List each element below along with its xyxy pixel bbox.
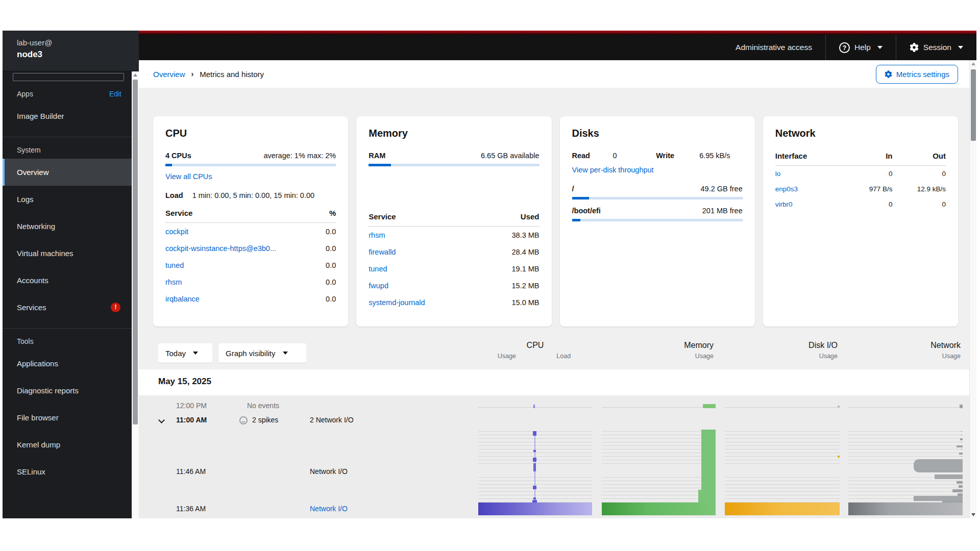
timeline-event-link[interactable]: Network I/O — [310, 505, 348, 513]
disk-tick — [838, 406, 840, 408]
cockpit-screen: lab-user@ node3 Apps Edit Image Builder … — [0, 0, 980, 551]
service-link[interactable]: cockpit-wsinstance-https@e3b0... — [165, 244, 276, 253]
service-link[interactable]: fwupd — [369, 282, 388, 290]
memory-usage-bar — [701, 430, 716, 503]
sidebar-scrollbar-thumb[interactable] — [133, 80, 138, 424]
sidebar-item-virtual-machines[interactable]: Virtual machines — [3, 240, 132, 267]
chevron-down-icon — [283, 352, 288, 355]
service-link[interactable]: irqbalance — [165, 295, 200, 303]
sidebar-item-services[interactable]: Services ! — [3, 294, 132, 321]
network-bar — [914, 459, 963, 472]
service-link[interactable]: rhsm — [165, 278, 182, 286]
timeline-time[interactable]: 11:00 AM — [176, 416, 207, 424]
memory-usage-graph — [602, 431, 716, 466]
cpu-tick — [533, 405, 535, 408]
help-menu[interactable]: ? Help — [826, 35, 896, 60]
disk-io-mark — [838, 456, 840, 458]
sidebar-host-switcher[interactable]: lab-user@ node3 — [3, 31, 139, 71]
sidebar-item-applications[interactable]: Applications — [3, 350, 132, 377]
nav-search-input[interactable] — [13, 73, 124, 81]
sidebar-item-selinux[interactable]: SELinux — [3, 458, 132, 485]
service-link[interactable]: tuned — [369, 265, 387, 273]
disk-usage-sublabel: Usage — [725, 353, 840, 360]
sidebar-item-networking[interactable]: Networking — [3, 213, 132, 240]
main-scrollbar[interactable] — [969, 60, 976, 518]
interface-link[interactable]: enp0s3 — [775, 185, 839, 193]
col-out: Out — [893, 152, 946, 160]
service-link[interactable]: rhsm — [369, 231, 385, 239]
memory-usage-bar — [698, 490, 701, 503]
breadcrumb-separator-icon: › — [191, 70, 194, 78]
logged-in-user: lab-user@ — [17, 37, 139, 48]
chevron-down-icon — [958, 46, 963, 49]
service-link[interactable]: tuned — [165, 261, 184, 269]
service-link[interactable]: cockpit — [165, 228, 188, 236]
timeline-time: 11:36 AM — [176, 505, 206, 513]
sidebar-item-image-builder[interactable]: Image Builder — [3, 103, 132, 130]
read-label: Read — [572, 152, 613, 160]
table-row: tuned19.1 MB — [369, 260, 539, 277]
col-used: Used — [521, 212, 540, 221]
scroll-down-icon[interactable] — [971, 513, 975, 516]
sidebar-item-file-browser[interactable]: File browser — [3, 404, 132, 431]
network-minute-line — [848, 407, 963, 408]
timeline-date-header: May 15, 2025 — [139, 369, 969, 395]
network-bar — [957, 481, 963, 484]
memory-event-bar — [602, 503, 716, 515]
date-range-dropdown[interactable]: Today — [158, 343, 212, 363]
breadcrumb-overview-link[interactable]: Overview — [153, 70, 185, 79]
boot-efi-usage-progressbar — [572, 219, 743, 221]
graph-header-cpu: CPU Usage Load — [478, 341, 592, 360]
masthead: Administrative access ? Help Session — [139, 31, 976, 60]
view-per-disk-throughput-link[interactable]: View per-disk throughput — [572, 166, 654, 174]
service-link[interactable]: firewalld — [369, 248, 396, 256]
memory-card-title: Memory — [369, 128, 539, 139]
network-card: Network Interface In Out lo00 enp0s3977 … — [763, 116, 958, 327]
tools-section-header: Tools — [3, 328, 132, 350]
sidebar-nav: Apps Edit Image Builder System Overview … — [3, 71, 132, 518]
service-link[interactable]: systemd-journald — [369, 298, 425, 307]
help-label: Help — [854, 43, 871, 52]
cpu-spike — [533, 450, 536, 452]
sidebar-item-logs[interactable]: Logs — [3, 186, 132, 213]
cpu-stats: average: 1% max: 2% — [263, 152, 336, 160]
sidebar-item-kernel-dump[interactable]: Kernel dump — [3, 431, 132, 458]
sidebar-scrollbar[interactable] — [132, 71, 139, 518]
apps-edit-link[interactable]: Edit — [109, 90, 121, 98]
sidebar-item-overview[interactable]: Overview — [3, 159, 132, 186]
network-bar — [959, 485, 963, 488]
session-menu[interactable]: Session — [896, 35, 976, 60]
chevron-down-icon[interactable] — [158, 417, 165, 423]
graph-visibility-dropdown[interactable]: Graph visibility — [218, 343, 306, 363]
interface-link[interactable]: lo — [775, 170, 839, 178]
main-scrollbar-thumb[interactable] — [971, 69, 976, 141]
table-row: lo00 — [775, 166, 946, 181]
ram-available: 6.65 GB available — [481, 152, 539, 160]
sidebar-item-accounts[interactable]: Accounts — [3, 267, 132, 294]
cpu-count: 4 CPUs — [165, 152, 191, 160]
view-all-cpus-link[interactable]: View all CPUs — [165, 172, 212, 181]
cpu-usage-sublabel: Usage — [478, 353, 535, 360]
sidebar-item-diagnostic-reports[interactable]: Diagnostic reports — [3, 377, 132, 404]
metrics-settings-button[interactable]: Metrics settings — [876, 65, 958, 84]
services-label: Services — [17, 303, 46, 312]
metrics-timeline: May 15, 2025 12:00 PM No events 11:00 AM… — [139, 369, 969, 518]
scroll-up-icon[interactable] — [971, 62, 975, 65]
memory-service-table: Service Used rhsm38.3 MB firewalld28.4 M… — [369, 212, 539, 311]
cpu-spike — [533, 458, 536, 462]
table-row: irqbalance0.0 — [165, 290, 336, 307]
hostname: node3 — [17, 48, 139, 61]
metric-cards: CPU 4 CPUs average: 1% max: 2% View all … — [153, 116, 958, 327]
breadcrumb-current: Metrics and history — [200, 70, 264, 79]
col-interface: Interface — [775, 152, 839, 160]
gear-icon — [910, 43, 919, 52]
timeline-event: Network I/O — [310, 467, 348, 475]
timeline-event: No events — [247, 402, 279, 410]
scroll-up-icon[interactable] — [133, 73, 137, 77]
administrative-access-button[interactable]: Administrative access — [722, 43, 825, 52]
apps-section-label: Apps — [17, 90, 33, 98]
table-row: virbr000 — [775, 196, 946, 212]
mount-free: 201 MB free — [702, 207, 743, 215]
interface-link[interactable]: virbr0 — [775, 201, 839, 208]
mount-path: /boot/efi — [572, 207, 601, 215]
